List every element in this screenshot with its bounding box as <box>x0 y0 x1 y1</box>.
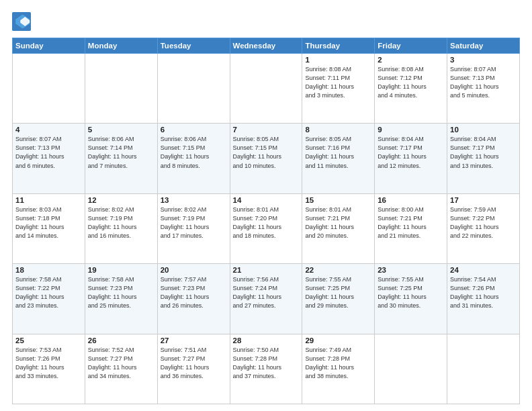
calendar-cell: 27Sunrise: 7:51 AM Sunset: 7:27 PM Dayli… <box>157 334 230 404</box>
day-number: 16 <box>378 196 444 204</box>
calendar-cell <box>13 54 85 124</box>
day-info: Sunrise: 8:07 AM Sunset: 7:13 PM Dayligh… <box>450 65 517 100</box>
calendar-body: 1Sunrise: 8:08 AM Sunset: 7:11 PM Daylig… <box>13 54 520 404</box>
calendar-cell: 20Sunrise: 7:57 AM Sunset: 7:23 PM Dayli… <box>157 264 230 334</box>
weekday-header-cell: Thursday <box>302 38 375 54</box>
day-number: 27 <box>161 336 227 345</box>
calendar-cell <box>157 54 230 124</box>
day-info: Sunrise: 8:02 AM Sunset: 7:19 PM Dayligh… <box>88 205 154 240</box>
calendar-week-row: 25Sunrise: 7:53 AM Sunset: 7:26 PM Dayli… <box>13 334 520 404</box>
calendar-cell <box>230 54 302 124</box>
day-number: 7 <box>233 126 300 134</box>
day-number: 28 <box>233 336 300 345</box>
day-info: Sunrise: 8:06 AM Sunset: 7:15 PM Dayligh… <box>161 135 227 170</box>
day-number: 2 <box>378 56 444 64</box>
calendar-cell: 15Sunrise: 8:01 AM Sunset: 7:21 PM Dayli… <box>302 193 375 263</box>
day-info: Sunrise: 7:49 AM Sunset: 7:28 PM Dayligh… <box>305 346 371 381</box>
calendar-cell: 3Sunrise: 8:07 AM Sunset: 7:13 PM Daylig… <box>447 54 520 124</box>
day-info: Sunrise: 8:03 AM Sunset: 7:18 PM Dayligh… <box>15 205 82 240</box>
calendar-week-row: 4Sunrise: 8:07 AM Sunset: 7:13 PM Daylig… <box>13 124 520 193</box>
calendar-cell: 21Sunrise: 7:56 AM Sunset: 7:24 PM Dayli… <box>230 264 302 334</box>
day-info: Sunrise: 8:04 AM Sunset: 7:17 PM Dayligh… <box>378 135 444 170</box>
weekday-header-cell: Monday <box>85 38 157 54</box>
day-number: 19 <box>88 266 154 274</box>
day-number: 8 <box>305 126 371 134</box>
day-number: 9 <box>378 126 444 134</box>
weekday-header-row: SundayMondayTuesdayWednesdayThursdayFrid… <box>13 38 520 54</box>
day-info: Sunrise: 8:06 AM Sunset: 7:14 PM Dayligh… <box>88 135 154 170</box>
day-number: 11 <box>15 196 82 204</box>
day-info: Sunrise: 8:05 AM Sunset: 7:15 PM Dayligh… <box>233 135 300 170</box>
calendar-cell: 14Sunrise: 8:01 AM Sunset: 7:20 PM Dayli… <box>230 193 302 263</box>
calendar-week-row: 11Sunrise: 8:03 AM Sunset: 7:18 PM Dayli… <box>13 193 520 263</box>
day-info: Sunrise: 7:54 AM Sunset: 7:26 PM Dayligh… <box>450 275 517 310</box>
weekday-header-cell: Saturday <box>447 38 520 54</box>
calendar-cell: 1Sunrise: 8:08 AM Sunset: 7:11 PM Daylig… <box>302 54 375 124</box>
calendar-cell: 9Sunrise: 8:04 AM Sunset: 7:17 PM Daylig… <box>375 124 447 193</box>
day-number: 25 <box>15 336 82 345</box>
page: SundayMondayTuesdayWednesdayThursdayFrid… <box>0 0 532 411</box>
day-info: Sunrise: 8:00 AM Sunset: 7:21 PM Dayligh… <box>378 205 444 240</box>
calendar-cell: 13Sunrise: 8:02 AM Sunset: 7:19 PM Dayli… <box>157 193 230 263</box>
calendar-cell: 11Sunrise: 8:03 AM Sunset: 7:18 PM Dayli… <box>13 193 85 263</box>
day-info: Sunrise: 7:50 AM Sunset: 7:28 PM Dayligh… <box>233 346 300 381</box>
calendar-table: SundayMondayTuesdayWednesdayThursdayFrid… <box>12 38 520 404</box>
weekday-header-cell: Tuesday <box>157 38 230 54</box>
calendar-cell: 24Sunrise: 7:54 AM Sunset: 7:26 PM Dayli… <box>447 264 520 334</box>
day-info: Sunrise: 7:51 AM Sunset: 7:27 PM Dayligh… <box>161 346 227 381</box>
day-number: 29 <box>305 336 371 345</box>
calendar-cell <box>85 54 157 124</box>
day-number: 24 <box>450 266 517 274</box>
calendar-cell: 12Sunrise: 8:02 AM Sunset: 7:19 PM Dayli… <box>85 193 157 263</box>
day-info: Sunrise: 8:01 AM Sunset: 7:20 PM Dayligh… <box>233 205 300 240</box>
day-number: 26 <box>88 336 154 345</box>
calendar-cell: 7Sunrise: 8:05 AM Sunset: 7:15 PM Daylig… <box>230 124 302 193</box>
day-number: 5 <box>88 126 154 134</box>
day-number: 17 <box>450 196 517 204</box>
day-info: Sunrise: 8:08 AM Sunset: 7:11 PM Dayligh… <box>305 65 371 100</box>
calendar-cell <box>447 334 520 404</box>
day-info: Sunrise: 8:08 AM Sunset: 7:12 PM Dayligh… <box>378 65 444 100</box>
calendar-week-row: 1Sunrise: 8:08 AM Sunset: 7:11 PM Daylig… <box>13 54 520 124</box>
day-number: 21 <box>233 266 300 274</box>
day-number: 20 <box>161 266 227 274</box>
day-number: 23 <box>378 266 444 274</box>
day-number: 3 <box>450 56 517 64</box>
calendar-cell: 28Sunrise: 7:50 AM Sunset: 7:28 PM Dayli… <box>230 334 302 404</box>
calendar-week-row: 18Sunrise: 7:58 AM Sunset: 7:22 PM Dayli… <box>13 264 520 334</box>
day-number: 13 <box>161 196 227 204</box>
day-info: Sunrise: 8:01 AM Sunset: 7:21 PM Dayligh… <box>305 205 371 240</box>
day-info: Sunrise: 7:57 AM Sunset: 7:23 PM Dayligh… <box>161 275 227 310</box>
day-info: Sunrise: 7:59 AM Sunset: 7:22 PM Dayligh… <box>450 205 517 240</box>
day-info: Sunrise: 7:52 AM Sunset: 7:27 PM Dayligh… <box>88 346 154 381</box>
calendar-cell: 26Sunrise: 7:52 AM Sunset: 7:27 PM Dayli… <box>85 334 157 404</box>
day-number: 22 <box>305 266 371 274</box>
day-info: Sunrise: 7:58 AM Sunset: 7:23 PM Dayligh… <box>88 275 154 310</box>
day-number: 1 <box>305 56 371 64</box>
day-number: 10 <box>450 126 517 134</box>
day-number: 4 <box>15 126 82 134</box>
header <box>12 12 520 31</box>
weekday-header-cell: Wednesday <box>230 38 302 54</box>
day-number: 6 <box>161 126 227 134</box>
day-info: Sunrise: 7:55 AM Sunset: 7:25 PM Dayligh… <box>378 275 444 310</box>
calendar-cell: 16Sunrise: 8:00 AM Sunset: 7:21 PM Dayli… <box>375 193 447 263</box>
calendar-cell: 29Sunrise: 7:49 AM Sunset: 7:28 PM Dayli… <box>302 334 375 404</box>
calendar-cell: 6Sunrise: 8:06 AM Sunset: 7:15 PM Daylig… <box>157 124 230 193</box>
day-number: 15 <box>305 196 371 204</box>
day-info: Sunrise: 8:05 AM Sunset: 7:16 PM Dayligh… <box>305 135 371 170</box>
logo-icon <box>12 12 31 31</box>
calendar-cell: 22Sunrise: 7:55 AM Sunset: 7:25 PM Dayli… <box>302 264 375 334</box>
calendar-cell: 10Sunrise: 8:04 AM Sunset: 7:17 PM Dayli… <box>447 124 520 193</box>
day-info: Sunrise: 7:53 AM Sunset: 7:26 PM Dayligh… <box>15 346 82 381</box>
calendar-cell: 17Sunrise: 7:59 AM Sunset: 7:22 PM Dayli… <box>447 193 520 263</box>
calendar-cell: 8Sunrise: 8:05 AM Sunset: 7:16 PM Daylig… <box>302 124 375 193</box>
day-number: 18 <box>15 266 82 274</box>
day-info: Sunrise: 7:55 AM Sunset: 7:25 PM Dayligh… <box>305 275 371 310</box>
day-info: Sunrise: 7:58 AM Sunset: 7:22 PM Dayligh… <box>15 275 82 310</box>
day-info: Sunrise: 8:04 AM Sunset: 7:17 PM Dayligh… <box>450 135 517 170</box>
day-number: 14 <box>233 196 300 204</box>
calendar-cell <box>375 334 447 404</box>
calendar-cell: 2Sunrise: 8:08 AM Sunset: 7:12 PM Daylig… <box>375 54 447 124</box>
day-info: Sunrise: 7:56 AM Sunset: 7:24 PM Dayligh… <box>233 275 300 310</box>
